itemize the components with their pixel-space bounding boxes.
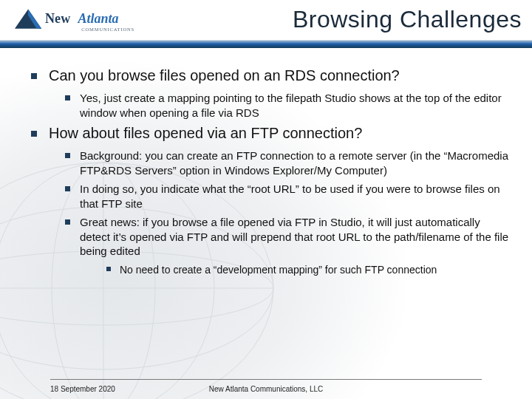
footer-org: New Atlanta Communications, LLC (0, 385, 532, 393)
footer-divider (50, 379, 482, 380)
bullet-text: Can you browse files opened on an RDS co… (49, 66, 511, 85)
bullet-icon (65, 153, 70, 158)
brand-subtitle: COMMUNICATIONS (81, 27, 134, 32)
bullet-level1: How about files opened via an FTP connec… (24, 124, 511, 276)
slide-body: Can you browse files opened on an RDS co… (0, 66, 532, 287)
bullet-level2: Yes, just create a mapping pointing to t… (49, 91, 511, 120)
brand-logo: New Atlanta COMMUNICATIONS (9, 4, 157, 38)
bullet-text: No need to create a “development mapping… (120, 263, 511, 276)
bullet-icon (106, 267, 111, 271)
bullet-icon (65, 219, 70, 225)
svg-rect-9 (0, 40, 532, 41)
bullet-icon (31, 131, 37, 137)
bullet-text: Great news: if you browse a file opened … (80, 215, 511, 259)
slide-title: Browsing Challenges (293, 6, 522, 33)
bullet-level1: Can you browse files opened on an RDS co… (24, 66, 511, 120)
svg-rect-10 (0, 48, 532, 50)
bullet-icon (65, 186, 70, 191)
header-divider (0, 40, 532, 50)
bullet-text: Yes, just create a mapping pointing to t… (80, 91, 511, 120)
svg-rect-8 (0, 41, 532, 48)
bullet-level2: In doing so, you indicate what the “root… (49, 182, 511, 211)
brand-name-primary: New (45, 11, 70, 26)
bullet-text: How about files opened via an FTP connec… (49, 124, 511, 143)
bullet-level2: Background: you can create an FTP connec… (49, 149, 511, 177)
brand-name-accent: Atlanta (77, 11, 118, 26)
bullet-icon (65, 95, 70, 100)
bullet-icon (31, 73, 37, 79)
bullet-text: Background: you can create an FTP connec… (80, 149, 511, 177)
bullet-level2: Great news: if you browse a file opened … (49, 215, 511, 276)
bullet-text: In doing so, you indicate what the “root… (80, 182, 511, 211)
bullet-level3: No need to create a “development mapping… (80, 263, 511, 276)
